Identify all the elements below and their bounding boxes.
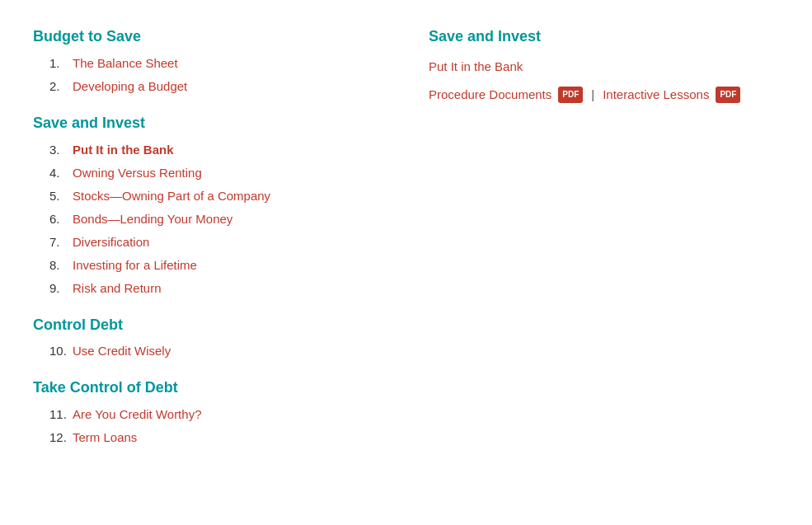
list-item: 1.The Balance Sheet [49,54,379,73]
item-number: 2. [49,77,73,96]
nav-link[interactable]: Developing a Budget [73,77,187,96]
list-item: 11.Are You Credit Worthy? [49,405,379,424]
list-item: 5.Stocks—Owning Part of a Company [49,186,379,206]
nav-link[interactable]: Risk and Return [73,279,162,298]
right-sublink[interactable]: Put It in the Bank [429,57,779,77]
pdf-badge-2: PDF [716,87,740,103]
list-item: 12.Term Loans [49,428,379,448]
list-item: 4.Owning Versus Renting [49,163,379,183]
nav-link[interactable]: Investing for a Lifetime [73,255,197,275]
nav-list-save-and-invest: 3.Put It in the Bank4.Owning Versus Rent… [33,140,379,298]
item-number: 3. [49,140,73,160]
nav-link[interactable]: Term Loans [73,428,137,448]
item-number: 10. [49,341,73,361]
nav-link[interactable]: Diversification [73,232,149,252]
section-heading-take-control-of-debt: Take Control of Debt [33,376,379,400]
list-item: 7.Diversification [49,232,379,252]
left-column: Budget to Save1.The Balance Sheet2.Devel… [33,25,379,451]
nav-link[interactable]: Put It in the Bank [73,140,174,160]
section-heading-save-and-invest: Save and Invest [33,111,379,135]
list-item: 3.Put It in the Bank [49,140,379,160]
right-section-heading: Save and Invest [429,25,779,49]
nav-list-take-control-of-debt: 11.Are You Credit Worthy?12.Term Loans [33,405,379,448]
right-column: Save and InvestPut It in the BankProcedu… [429,25,779,451]
procedure-documents-link[interactable]: Procedure Documents [429,85,552,105]
nav-link[interactable]: Are You Credit Worthy? [73,405,201,424]
separator: | [591,85,594,105]
nav-list-control-debt: 10.Use Credit Wisely [33,341,379,361]
list-item: 2.Developing a Budget [49,77,379,96]
list-item: 8.Investing for a Lifetime [49,255,379,275]
interactive-lessons-link[interactable]: Interactive Lessons [603,85,709,105]
list-item: 9.Risk and Return [49,279,379,298]
list-item: 10.Use Credit Wisely [49,341,379,361]
nav-link[interactable]: Bonds—Lending Your Money [73,209,232,229]
section-heading-budget-to-save: Budget to Save [33,25,379,49]
list-item: 6.Bonds—Lending Your Money [49,209,379,229]
item-number: 12. [49,428,73,448]
main-layout: Budget to Save1.The Balance Sheet2.Devel… [33,25,779,451]
item-number: 4. [49,163,73,183]
nav-link[interactable]: Use Credit Wisely [73,341,171,361]
section-heading-control-debt: Control Debt [33,313,379,337]
item-number: 5. [49,186,73,206]
item-number: 8. [49,255,73,275]
procedure-row: Procedure DocumentsPDF|Interactive Lesso… [429,85,779,105]
item-number: 7. [49,232,73,252]
pdf-badge-1: PDF [558,87,583,103]
item-number: 1. [49,54,73,73]
nav-list-budget-to-save: 1.The Balance Sheet2.Developing a Budget [33,54,379,96]
nav-link[interactable]: The Balance Sheet [73,54,178,73]
item-number: 9. [49,279,73,298]
nav-link[interactable]: Owning Versus Renting [73,163,202,183]
item-number: 11. [49,405,73,424]
item-number: 6. [49,209,73,229]
nav-link[interactable]: Stocks—Owning Part of a Company [73,186,270,206]
